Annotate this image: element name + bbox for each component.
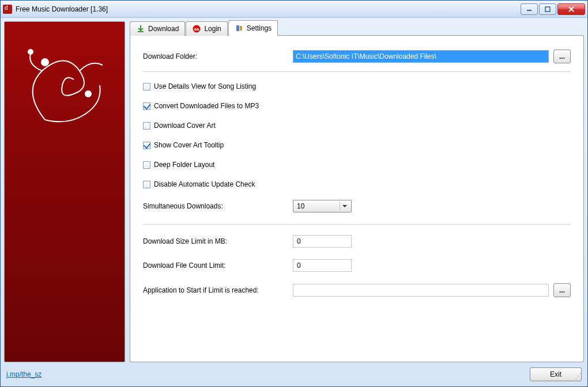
window-controls xyxy=(521,3,585,15)
checkbox-disable-update[interactable] xyxy=(143,181,150,188)
checkbox-cover-art[interactable] xyxy=(143,122,150,130)
close-icon xyxy=(568,6,575,12)
svg-rect-1 xyxy=(545,7,550,12)
svg-point-3 xyxy=(85,91,91,97)
svg-point-2 xyxy=(42,59,48,66)
option-deep-folder[interactable]: Deep Folder Layout xyxy=(143,161,571,169)
count-limit-input[interactable] xyxy=(293,259,352,272)
download-arrow-icon xyxy=(136,24,145,33)
footer-row: j.mp/the_sz Exit xyxy=(4,366,584,383)
download-folder-label: Download Folder: xyxy=(143,52,293,60)
tab-download-label: Download xyxy=(148,25,179,33)
app-limit-row: Application to Start if Limit is reached… xyxy=(143,283,571,297)
simultaneous-label: Simultaneous Downloads: xyxy=(143,202,293,210)
divider xyxy=(143,224,571,225)
count-limit-label: Download File Count Limit: xyxy=(143,261,293,270)
titlebar[interactable]: Free Music Downloader [1.36] xyxy=(1,1,587,18)
tab-strip: Download as Login Settings xyxy=(130,21,584,36)
svg-point-4 xyxy=(28,50,33,54)
checkbox-disable-update-label: Disable Automatic Update Check xyxy=(154,180,255,188)
svg-rect-8 xyxy=(236,25,239,31)
svg-rect-9 xyxy=(240,26,242,31)
simultaneous-dropdown[interactable]: 10 xyxy=(293,200,352,213)
option-disable-update[interactable]: Disable Automatic Update Check xyxy=(143,180,571,188)
resize-grip[interactable]: ⋰ xyxy=(575,374,583,382)
svg-rect-5 xyxy=(138,31,144,32)
checkbox-cover-tooltip[interactable] xyxy=(143,142,150,149)
tab-settings-label: Settings xyxy=(247,24,272,32)
count-limit-row: Download File Count Limit: xyxy=(143,259,571,272)
option-convert-mp3[interactable]: Convert Downloaded Files to MP3 xyxy=(143,102,571,110)
chevron-down-icon xyxy=(342,205,347,207)
browse-folder-button[interactable]: ... xyxy=(553,50,571,63)
checkbox-cover-tooltip-label: Show Cover Art Tooltip xyxy=(154,141,224,149)
tab-settings[interactable]: Settings xyxy=(228,20,278,36)
app-icon xyxy=(3,5,12,14)
app-limit-input[interactable] xyxy=(293,284,549,297)
checkbox-convert-mp3[interactable] xyxy=(143,103,150,110)
maximize-icon xyxy=(544,6,551,12)
checkbox-cover-art-label: Download Cover Art xyxy=(154,122,216,130)
browse-app-button[interactable]: ... xyxy=(553,283,571,297)
option-details-view[interactable]: Use Details View for Song Listing xyxy=(143,82,571,90)
settings-panel: Download Folder: ... Use Details View fo… xyxy=(130,35,584,362)
swirl-art-icon xyxy=(10,39,125,154)
tab-login[interactable]: as Login xyxy=(186,21,227,36)
client-area: Download as Login Settings xyxy=(4,21,584,383)
option-cover-tooltip[interactable]: Show Cover Art Tooltip xyxy=(143,141,571,149)
sidebar-decoration xyxy=(4,21,125,362)
tab-login-label: Login xyxy=(204,25,221,33)
tab-download[interactable]: Download xyxy=(130,21,185,36)
checkbox-details-view-label: Use Details View for Song Listing xyxy=(154,82,256,90)
size-limit-label: Download Size Limit in MB: xyxy=(143,237,293,245)
maximize-button[interactable] xyxy=(539,3,556,15)
minimize-icon xyxy=(526,6,533,12)
checkbox-convert-mp3-label: Convert Downloaded Files to MP3 xyxy=(154,102,259,110)
size-limit-row: Download Size Limit in MB: xyxy=(143,235,571,248)
checkbox-details-view[interactable] xyxy=(143,83,150,90)
checkbox-deep-folder[interactable] xyxy=(143,161,150,169)
checkbox-deep-folder-label: Deep Folder Layout xyxy=(154,161,214,169)
svg-text:as: as xyxy=(194,26,199,32)
svg-rect-0 xyxy=(527,10,532,11)
main-row: Download as Login Settings xyxy=(4,21,584,362)
lastfm-icon: as xyxy=(192,24,201,33)
settings-tools-icon xyxy=(235,24,244,33)
divider xyxy=(143,71,571,72)
close-button[interactable] xyxy=(557,3,585,15)
size-limit-input[interactable] xyxy=(293,235,352,248)
app-window: Free Music Downloader [1.36] xyxy=(0,0,588,387)
exit-button[interactable]: Exit xyxy=(530,367,582,381)
download-folder-row: Download Folder: ... xyxy=(143,50,571,63)
footer-link[interactable]: j.mp/the_sz xyxy=(6,370,42,378)
window-title: Free Music Downloader [1.36] xyxy=(16,5,521,13)
option-cover-art[interactable]: Download Cover Art xyxy=(143,122,571,130)
simultaneous-row: Simultaneous Downloads: 10 xyxy=(143,200,571,213)
minimize-button[interactable] xyxy=(521,3,538,15)
download-folder-input[interactable] xyxy=(293,50,549,63)
tab-area: Download as Login Settings xyxy=(130,21,584,362)
app-limit-label: Application to Start if Limit is reached… xyxy=(143,286,293,294)
simultaneous-value: 10 xyxy=(297,202,304,210)
